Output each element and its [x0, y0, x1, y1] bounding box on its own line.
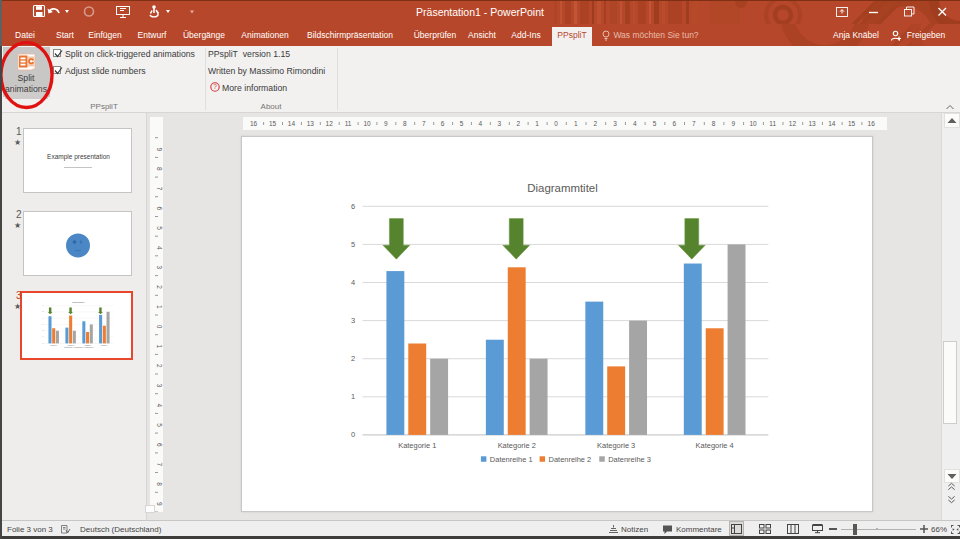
svg-text:11: 11: [345, 120, 352, 127]
svg-text:5: 5: [42, 311, 43, 312]
svg-text:6: 6: [156, 206, 163, 210]
svg-text:7: 7: [156, 463, 163, 467]
svg-text:Datenreihe 3: Datenreihe 3: [86, 346, 94, 348]
svg-text:15: 15: [848, 120, 856, 127]
svg-text:8: 8: [712, 120, 716, 127]
svg-text:3: 3: [156, 384, 163, 388]
svg-text:0: 0: [156, 325, 163, 329]
svg-text:3: 3: [497, 120, 501, 127]
svg-text:5: 5: [351, 240, 355, 249]
svg-text:5: 5: [156, 226, 163, 230]
svg-text:4: 4: [42, 318, 43, 319]
svg-text:7: 7: [156, 187, 163, 191]
svg-text:10: 10: [363, 120, 371, 127]
svg-text:Diagrammtitel: Diagrammtitel: [527, 182, 597, 194]
svg-text:11: 11: [769, 120, 776, 127]
svg-text:1: 1: [535, 120, 539, 127]
svg-text:16: 16: [868, 120, 876, 127]
svg-text:Datenreihe 1: Datenreihe 1: [490, 455, 533, 464]
svg-text:9: 9: [384, 120, 388, 127]
svg-text:14: 14: [828, 120, 836, 127]
svg-text:4: 4: [156, 246, 163, 250]
svg-text:4: 4: [156, 403, 163, 407]
svg-text:Datenreihe 2: Datenreihe 2: [549, 455, 592, 464]
svg-text:3: 3: [351, 316, 355, 325]
svg-text:8: 8: [403, 120, 407, 127]
svg-text:6: 6: [156, 443, 163, 447]
svg-text:1: 1: [351, 392, 355, 401]
svg-text:0: 0: [42, 343, 43, 344]
svg-text:2: 2: [156, 364, 163, 368]
svg-text:12: 12: [789, 120, 797, 127]
svg-text:4: 4: [633, 120, 637, 127]
svg-text:2: 2: [594, 120, 598, 127]
svg-text:5: 5: [653, 120, 657, 127]
svg-text:15: 15: [269, 120, 277, 127]
svg-text:2: 2: [351, 354, 355, 363]
svg-text:0: 0: [554, 120, 558, 127]
svg-text:14: 14: [288, 120, 296, 127]
svg-text:13: 13: [808, 120, 816, 127]
svg-text:5: 5: [156, 423, 163, 427]
svg-text:12: 12: [326, 120, 334, 127]
svg-text:7: 7: [422, 120, 426, 127]
svg-text:7: 7: [692, 120, 696, 127]
svg-text:3: 3: [613, 120, 617, 127]
svg-text:9: 9: [156, 147, 163, 151]
svg-text:4: 4: [479, 120, 483, 127]
svg-text:3: 3: [156, 266, 163, 270]
svg-text:8: 8: [156, 167, 163, 171]
svg-text:Kategorie 2: Kategorie 2: [498, 441, 536, 450]
svg-text:16: 16: [250, 120, 258, 127]
svg-text:Kategorie 3: Kategorie 3: [597, 441, 635, 450]
svg-text:6: 6: [351, 202, 355, 211]
svg-text:13: 13: [307, 120, 315, 127]
svg-text:Diagrammtitel: Diagrammtitel: [72, 301, 84, 303]
svg-text:6: 6: [441, 120, 445, 127]
svg-text:Datenreihe 3: Datenreihe 3: [608, 455, 651, 464]
svg-text:1: 1: [574, 120, 578, 127]
svg-text:0: 0: [351, 430, 355, 439]
svg-text:?: ?: [213, 83, 217, 90]
svg-text:4: 4: [351, 278, 355, 287]
svg-text:Kategorie 1: Kategorie 1: [398, 441, 436, 450]
svg-text:1: 1: [156, 305, 163, 309]
svg-text:6: 6: [672, 120, 676, 127]
svg-text:Kategorie 4: Kategorie 4: [696, 441, 734, 450]
svg-text:Kategorie 3: Kategorie 3: [84, 344, 91, 346]
svg-text:9: 9: [156, 502, 163, 506]
svg-text:9: 9: [731, 120, 735, 127]
svg-text:1: 1: [42, 336, 43, 337]
svg-text:10: 10: [749, 120, 757, 127]
svg-text:8: 8: [156, 482, 163, 486]
svg-text:1: 1: [156, 344, 163, 348]
svg-text:Kategorie 2: Kategorie 2: [67, 344, 74, 346]
svg-text:2: 2: [516, 120, 520, 127]
svg-text:6: 6: [42, 305, 43, 306]
svg-text:5: 5: [460, 120, 464, 127]
svg-text:Kategorie 1: Kategorie 1: [50, 344, 57, 346]
svg-text:2: 2: [42, 330, 43, 331]
svg-text:2: 2: [156, 285, 163, 289]
svg-text:3: 3: [42, 324, 43, 325]
svg-text:Kategorie 4: Kategorie 4: [101, 344, 108, 346]
svg-text:Datenreihe 2: Datenreihe 2: [76, 346, 84, 348]
svg-text:Datenreihe 1: Datenreihe 1: [66, 346, 74, 348]
